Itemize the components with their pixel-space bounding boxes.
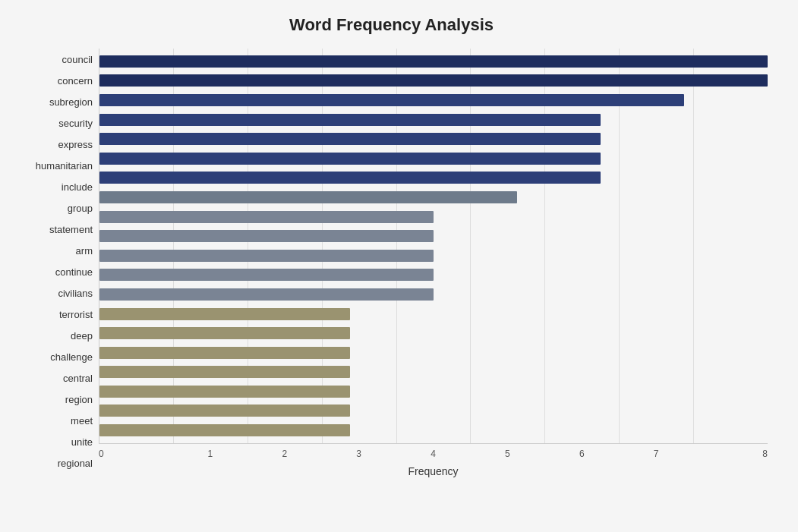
bar-row	[99, 306, 768, 323]
chart-area: councilconcernsubregionsecurityexpresshu…	[15, 49, 768, 474]
bars-and-xaxis: 012345678 Frequency	[99, 49, 768, 474]
bar	[99, 133, 601, 145]
chart-container: Word Frequency Analysis councilconcernsu…	[0, 0, 798, 532]
bar-row	[99, 72, 768, 89]
y-labels: councilconcernsubregionsecurityexpresshu…	[15, 49, 99, 474]
bar-row	[99, 325, 768, 342]
y-label: include	[62, 178, 93, 195]
bar	[99, 424, 350, 436]
y-label: humanitarian	[36, 157, 93, 174]
bar	[99, 211, 434, 223]
bar	[99, 114, 601, 126]
y-label: express	[58, 136, 93, 153]
bar	[99, 230, 434, 242]
bar	[99, 327, 350, 339]
bar	[99, 74, 768, 87]
bar-row	[99, 228, 768, 244]
y-label: concern	[58, 72, 93, 89]
bar	[99, 366, 350, 378]
y-label: terrorist	[59, 307, 93, 323]
y-label: regional	[58, 455, 93, 472]
bar	[99, 269, 434, 281]
bar	[99, 153, 601, 165]
bars-panel	[99, 49, 768, 444]
y-label: unite	[71, 434, 93, 451]
bar	[99, 250, 434, 262]
bar-row	[99, 92, 768, 109]
y-label: statement	[49, 221, 93, 238]
bar	[99, 172, 601, 184]
bar	[99, 386, 350, 398]
x-axis-label: Frequency	[99, 465, 768, 477]
y-label: deep	[71, 328, 93, 345]
bar-row	[99, 247, 768, 264]
y-label: civilians	[58, 285, 93, 302]
bar	[99, 405, 350, 417]
bar-row	[99, 112, 768, 128]
bar-row	[99, 266, 768, 283]
bar-row	[99, 422, 768, 439]
bar-row	[99, 169, 768, 186]
y-label: central	[63, 370, 93, 387]
bar-row	[99, 286, 768, 303]
bar-row	[99, 364, 768, 380]
y-label: challenge	[50, 349, 93, 366]
bar-row	[99, 345, 768, 361]
bar	[99, 308, 350, 320]
chart-title: Word Frequency Analysis	[15, 15, 768, 35]
bar-row	[99, 150, 768, 167]
bar	[99, 191, 517, 203]
y-label: meet	[71, 413, 93, 430]
bar-row	[99, 402, 768, 419]
y-label: region	[65, 392, 93, 408]
bars-list	[99, 49, 768, 443]
bar	[99, 347, 350, 359]
x-axis: 012345678 Frequency	[99, 444, 768, 474]
bar	[99, 288, 434, 301]
bar-row	[99, 189, 768, 206]
bar-row	[99, 53, 768, 70]
y-label: arm	[76, 242, 93, 259]
bar-row	[99, 131, 768, 147]
y-label: council	[62, 51, 93, 68]
y-label: continue	[55, 263, 93, 280]
bar-row	[99, 383, 768, 400]
bar	[99, 55, 768, 68]
y-label: subregion	[49, 93, 93, 110]
y-label: group	[68, 200, 93, 216]
bar-row	[99, 209, 768, 225]
bar	[99, 94, 684, 106]
y-label: security	[58, 115, 93, 131]
